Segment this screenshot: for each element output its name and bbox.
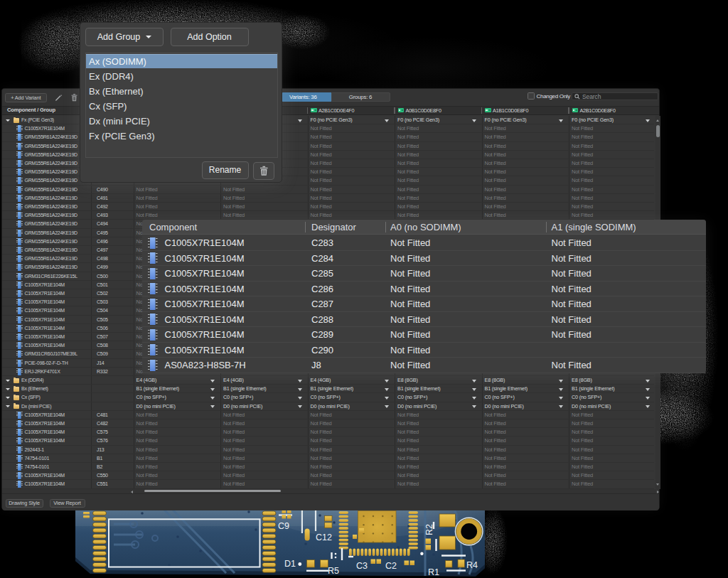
- svg-text:R2: R2: [424, 524, 434, 535]
- svg-text:C3: C3: [356, 561, 368, 571]
- svg-text:R4: R4: [466, 560, 478, 570]
- svg-text:C2: C2: [385, 561, 397, 571]
- svg-text:C9: C9: [278, 521, 289, 531]
- svg-text:R5: R5: [328, 566, 339, 576]
- svg-text:R1: R1: [428, 567, 439, 577]
- svg-text:D1: D1: [284, 559, 296, 569]
- svg-text:C12: C12: [316, 532, 332, 542]
